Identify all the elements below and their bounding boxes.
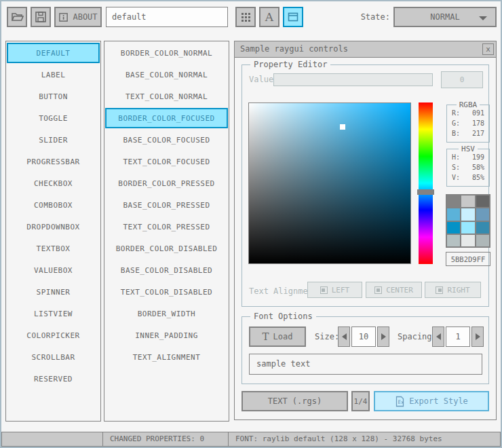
controls-view-button[interactable] <box>283 7 303 27</box>
controls-list-item[interactable]: SPINNER <box>7 282 100 302</box>
hue-slider-handle[interactable] <box>417 189 434 195</box>
value-input[interactable] <box>273 73 433 86</box>
style-property-item[interactable]: TEXT_COLOR_FOCUSED <box>105 151 228 172</box>
style-property-item[interactable]: BASE_COLOR_DISABLED <box>105 260 228 280</box>
color-swatch[interactable] <box>447 195 460 207</box>
style-property-item[interactable]: BASE_COLOR_NORMAL <box>105 64 228 85</box>
align-center-icon <box>374 286 382 294</box>
style-name-input[interactable] <box>106 7 228 27</box>
hsv-group: HSV H:199 S:58% V:85% <box>446 149 490 187</box>
font-spacing-label: Spacing: <box>398 326 437 347</box>
style-property-item[interactable]: TEXT_COLOR_DISABLED <box>105 282 228 302</box>
page-indicator[interactable]: 1/4 <box>351 391 370 411</box>
style-properties-listview: BORDER_COLOR_NORMALBASE_COLOR_NORMALTEXT… <box>104 41 229 422</box>
style-property-item[interactable]: BORDER_COLOR_NORMAL <box>105 43 228 63</box>
about-button[interactable]: ABOUT <box>54 7 102 27</box>
align-center-button[interactable]: CENTER <box>366 282 422 298</box>
font-size-value[interactable]: 10 <box>351 326 376 347</box>
sample-window-titlebar[interactable]: Sample raygui controls x <box>235 41 496 58</box>
status-segment-empty <box>1 432 103 447</box>
style-color-swatches <box>446 194 490 248</box>
font-spacing-value[interactable]: 1 <box>446 326 470 347</box>
style-property-item[interactable]: BORDER_WIDTH <box>105 303 228 324</box>
align-left-label: LEFT <box>332 286 350 295</box>
controls-list-item[interactable]: CHECKBOX <box>7 173 100 193</box>
export-format-button[interactable]: TEXT (.rgs) <box>242 391 348 411</box>
controls-list-item[interactable]: SCROLLBAR <box>7 347 100 367</box>
style-property-item[interactable]: BASE_COLOR_PRESSED <box>105 195 228 215</box>
grid-icon <box>241 12 251 22</box>
font-size-increase-button[interactable] <box>377 326 389 347</box>
grid-view-button[interactable] <box>235 7 256 27</box>
color-swatch[interactable] <box>447 235 460 246</box>
controls-list-item[interactable]: DROPDOWNBOX <box>7 217 100 237</box>
style-property-item[interactable]: BORDER_COLOR_PRESSED <box>105 173 228 193</box>
window-panel-icon <box>287 11 299 23</box>
align-left-button[interactable]: LEFT <box>307 282 362 298</box>
state-dropdown-value: NORMAL <box>430 12 459 22</box>
r-label: R: <box>452 108 460 118</box>
b-label: B: <box>452 128 460 138</box>
state-dropdown[interactable]: NORMAL <box>393 7 497 27</box>
color-swatch[interactable] <box>476 195 489 207</box>
controls-list-item[interactable]: SLIDER <box>7 130 100 150</box>
svg-text:E: E <box>398 398 402 405</box>
controls-list-item[interactable]: TOGGLE <box>7 108 100 128</box>
controls-list-item[interactable]: BUTTON <box>7 86 100 107</box>
font-view-button[interactable]: A <box>259 7 279 27</box>
status-font-info: FONT: raylib default (128 x 128) - 32768… <box>228 432 501 447</box>
load-font-button[interactable]: T Load <box>249 326 306 347</box>
style-property-item[interactable]: INNER_PADDING <box>105 325 228 346</box>
color-swatch[interactable] <box>461 235 474 246</box>
color-swatch[interactable] <box>461 195 474 207</box>
close-icon[interactable]: x <box>482 43 494 55</box>
font-size-decrease-button[interactable] <box>338 326 350 347</box>
color-swatch[interactable] <box>476 222 489 234</box>
controls-list-item[interactable]: VALUEBOX <box>7 260 100 280</box>
value-apply-button[interactable]: 0 <box>441 71 483 88</box>
style-property-item[interactable]: BASE_COLOR_FOCUSED <box>105 130 228 150</box>
rgba-group-label: RGBA <box>457 100 480 109</box>
hex-color-value[interactable]: 5BB2D9FF <box>446 252 490 266</box>
align-right-icon <box>436 286 443 294</box>
font-size-value-text: 10 <box>359 332 368 341</box>
font-spacing-decrease-button[interactable] <box>432 326 444 347</box>
state-label: State: <box>334 7 390 27</box>
save-file-button[interactable] <box>31 7 51 27</box>
controls-list-item[interactable]: COLORPICKER <box>7 325 100 346</box>
sample-text-preview[interactable]: sample text <box>249 354 482 375</box>
controls-list-item[interactable]: COMBOBOX <box>7 195 100 215</box>
font-options-group-label: Font Options <box>250 312 316 321</box>
style-property-item[interactable]: TEXT_COLOR_PRESSED <box>105 217 228 237</box>
style-property-item[interactable]: TEXT_COLOR_NORMAL <box>105 86 228 107</box>
g-value: 178 <box>472 118 484 128</box>
style-property-item[interactable]: BORDER_COLOR_FOCUSED <box>105 108 228 128</box>
export-style-button[interactable]: E Export Style <box>374 391 489 411</box>
color-swatch[interactable] <box>476 235 489 246</box>
font-spacing-value-text: 1 <box>455 332 460 341</box>
color-swatch[interactable] <box>461 222 474 234</box>
style-property-item[interactable]: BORDER_COLOR_DISABLED <box>105 238 228 259</box>
open-file-button[interactable] <box>7 7 27 27</box>
color-swatch[interactable] <box>476 208 489 220</box>
controls-list-item[interactable]: RESERVED <box>7 369 100 389</box>
controls-list-item[interactable]: DEFAULT <box>7 43 100 63</box>
value-apply-button-label: 0 <box>460 75 465 84</box>
v-value: 85% <box>472 172 484 183</box>
hue-slider-bar[interactable] <box>419 102 433 264</box>
align-right-button[interactable]: RIGHT <box>425 282 481 298</box>
controls-list-item[interactable]: PROGRESSBAR <box>7 151 100 172</box>
color-swatch[interactable] <box>461 208 474 220</box>
controls-list-item[interactable]: TEXTBOX <box>7 238 100 259</box>
controls-list-item[interactable]: LISTVIEW <box>7 303 100 324</box>
rguistyler-window: ABOUT A State: NORMAL DEFAULTLABELBUTTON… <box>0 0 502 448</box>
color-swatch[interactable] <box>447 222 460 234</box>
info-icon <box>58 12 69 22</box>
color-picker-sv-square[interactable] <box>248 102 411 264</box>
color-picker-cursor[interactable] <box>340 124 345 130</box>
color-swatch[interactable] <box>447 208 460 220</box>
font-spacing-increase-button[interactable] <box>471 326 484 347</box>
style-property-item[interactable]: TEXT_ALIGNMENT <box>105 347 228 367</box>
controls-list-item[interactable]: LABEL <box>7 64 100 85</box>
font-info-text: FONT: raylib default (128 x 128) - 32768… <box>235 434 442 443</box>
